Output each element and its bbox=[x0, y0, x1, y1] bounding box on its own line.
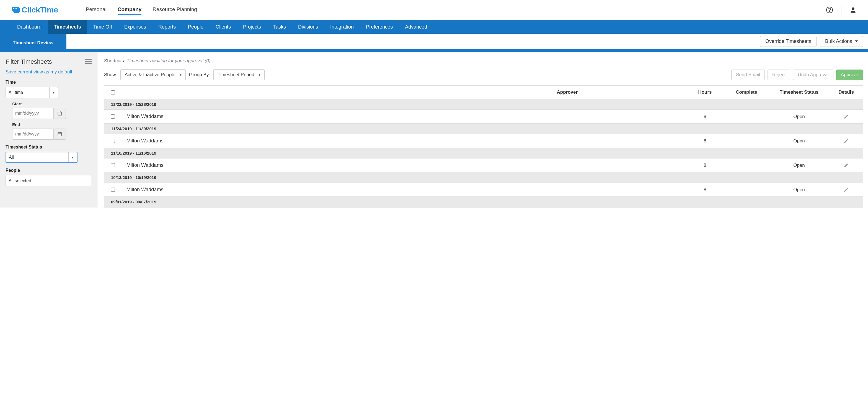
group-by-select[interactable]: Timesheet Period bbox=[213, 69, 265, 80]
row-hours: 8 bbox=[686, 114, 724, 119]
secondary-nav: Dashboard Timesheets Time Off Expenses R… bbox=[0, 20, 868, 34]
edit-icon[interactable] bbox=[830, 114, 863, 119]
svg-rect-9 bbox=[85, 63, 86, 64]
save-default-link[interactable]: Save current view as my default bbox=[5, 69, 72, 75]
nav-advanced[interactable]: Advanced bbox=[399, 20, 433, 34]
people-select[interactable]: All selected bbox=[5, 175, 91, 186]
calendar-icon[interactable] bbox=[54, 129, 66, 140]
collapse-filter-icon[interactable] bbox=[85, 59, 92, 65]
bulk-actions-button[interactable]: Bulk Actions bbox=[820, 36, 863, 47]
topnav-company[interactable]: Company bbox=[118, 5, 142, 15]
nav-projects[interactable]: Projects bbox=[237, 20, 267, 34]
content: Filter Timesheets Save current view as m… bbox=[0, 52, 868, 207]
edit-icon[interactable] bbox=[830, 139, 863, 143]
shortcuts-link[interactable]: Timesheets waiting for your approval (0) bbox=[126, 58, 210, 63]
divider bbox=[841, 5, 841, 15]
edit-icon[interactable] bbox=[830, 163, 863, 168]
controls-row: Show: Active & Inactive People Group By:… bbox=[104, 69, 868, 80]
nav-preferences[interactable]: Preferences bbox=[360, 20, 399, 34]
bulk-actions-label: Bulk Actions bbox=[825, 38, 852, 44]
header-actions: Override Timesheets Bulk Actions bbox=[66, 34, 868, 49]
people-select-value: All selected bbox=[8, 178, 31, 184]
row-hours: 8 bbox=[686, 163, 724, 168]
nav-reports[interactable]: Reports bbox=[152, 20, 182, 34]
header-details: Details bbox=[830, 89, 863, 95]
logo[interactable]: ClickTime bbox=[11, 5, 58, 15]
table-header-row: Approver Hours Complete Timesheet Status… bbox=[104, 86, 863, 99]
override-timesheets-button[interactable]: Override Timesheets bbox=[760, 36, 816, 47]
svg-rect-5 bbox=[85, 59, 86, 60]
nav-people[interactable]: People bbox=[182, 20, 210, 34]
table-group-header: 11/10/2019 - 11/16/2019 bbox=[104, 148, 863, 159]
row-checkbox[interactable] bbox=[111, 114, 115, 119]
table-group-header: 09/01/2019 - 09/07/2019 bbox=[104, 197, 863, 207]
end-date-label: End bbox=[12, 122, 92, 127]
svg-rect-15 bbox=[58, 133, 62, 136]
tab-timesheet-review[interactable]: Timesheet Review bbox=[0, 34, 66, 52]
topnav-personal[interactable]: Personal bbox=[86, 5, 106, 15]
nav-expenses[interactable]: Expenses bbox=[118, 20, 152, 34]
tertiary-nav: Timesheet Review Override Timesheets Bul… bbox=[0, 34, 868, 52]
svg-point-1 bbox=[16, 8, 17, 9]
svg-point-0 bbox=[13, 8, 14, 9]
logo-text: ClickTime bbox=[22, 5, 58, 15]
edit-icon[interactable] bbox=[830, 187, 863, 192]
help-icon[interactable] bbox=[826, 6, 833, 14]
row-hours: 8 bbox=[686, 187, 724, 193]
filter-title: Filter Timesheets bbox=[5, 58, 52, 65]
header-complete: Complete bbox=[724, 89, 769, 95]
row-status: Open bbox=[769, 138, 830, 144]
nav-timesheets[interactable]: Timesheets bbox=[48, 20, 87, 34]
nav-divisions[interactable]: Divisions bbox=[292, 20, 324, 34]
undo-approval-button[interactable]: Undo Approval bbox=[793, 69, 833, 80]
select-all-checkbox[interactable] bbox=[111, 90, 115, 94]
table-row: Milton Waddams8Open bbox=[104, 183, 863, 197]
shortcuts-bar: Shortcuts: Timesheets waiting for your a… bbox=[104, 58, 868, 64]
reject-button[interactable]: Reject bbox=[768, 69, 790, 80]
end-date-input[interactable] bbox=[12, 129, 54, 140]
row-checkbox[interactable] bbox=[111, 188, 115, 192]
header-approver: Approver bbox=[449, 89, 686, 95]
svg-point-3 bbox=[829, 11, 830, 12]
user-icon[interactable] bbox=[849, 6, 857, 14]
table-group-header: 11/24/2019 - 11/30/2019 bbox=[104, 123, 863, 134]
svg-rect-10 bbox=[86, 63, 92, 64]
table-row: Milton Waddams8Open bbox=[104, 159, 863, 172]
time-filter-label: Time bbox=[5, 80, 92, 85]
nav-clients[interactable]: Clients bbox=[210, 20, 237, 34]
approve-button[interactable]: Approve bbox=[836, 69, 863, 80]
chevron-down-icon: ▼ bbox=[49, 87, 55, 98]
row-checkbox[interactable] bbox=[111, 163, 115, 167]
svg-rect-6 bbox=[86, 59, 92, 60]
nav-integration[interactable]: Integration bbox=[324, 20, 360, 34]
chevron-down-icon: ▼ bbox=[68, 152, 74, 162]
nav-tasks[interactable]: Tasks bbox=[267, 20, 292, 34]
time-select[interactable]: All time ▼ bbox=[5, 87, 58, 98]
svg-rect-11 bbox=[58, 112, 62, 115]
status-select[interactable]: All ▼ bbox=[5, 152, 78, 163]
row-status: Open bbox=[769, 163, 830, 168]
status-select-value: All bbox=[9, 155, 14, 160]
row-name: Milton Waddams bbox=[121, 138, 449, 144]
show-select[interactable]: Active & Inactive People bbox=[120, 69, 185, 80]
row-status: Open bbox=[769, 187, 830, 193]
status-filter-label: Timesheet Status bbox=[5, 145, 92, 150]
table-group-header: 12/22/2019 - 12/28/2019 bbox=[104, 99, 863, 110]
send-email-button[interactable]: Send Email bbox=[731, 69, 765, 80]
nav-dashboard[interactable]: Dashboard bbox=[11, 20, 48, 34]
nav-time-off[interactable]: Time Off bbox=[87, 20, 118, 34]
table-group-header: 10/13/2019 - 10/19/2019 bbox=[104, 172, 863, 183]
logo-icon bbox=[11, 5, 20, 15]
svg-point-4 bbox=[852, 7, 855, 10]
chevron-down-icon bbox=[855, 40, 858, 42]
topbar: ClickTime Personal Company Resource Plan… bbox=[0, 0, 868, 20]
topnav-resource-planning[interactable]: Resource Planning bbox=[153, 5, 197, 15]
row-checkbox[interactable] bbox=[111, 139, 115, 143]
main-panel: Shortcuts: Timesheets waiting for your a… bbox=[97, 52, 868, 207]
show-label: Show: bbox=[104, 72, 117, 78]
calendar-icon[interactable] bbox=[54, 108, 66, 119]
topnav: Personal Company Resource Planning bbox=[86, 5, 197, 15]
time-select-value: All time bbox=[8, 90, 23, 95]
shortcuts-label: Shortcuts: bbox=[104, 58, 125, 63]
start-date-input[interactable] bbox=[12, 108, 54, 119]
